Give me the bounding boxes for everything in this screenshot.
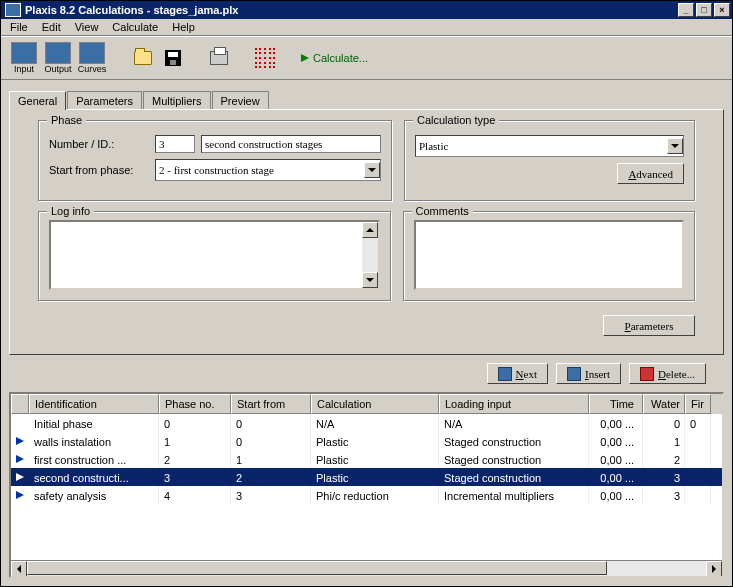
row-status-icon — [11, 432, 29, 450]
scroll-thumb[interactable] — [27, 561, 607, 575]
dots-icon — [254, 47, 276, 69]
header-loading-input[interactable]: Loading input — [439, 394, 589, 414]
cell-loading-input: Staged construction — [439, 468, 589, 486]
toolbar-curves-button[interactable]: Curves — [75, 39, 109, 77]
menubar: File Edit View Calculate Help — [1, 19, 732, 36]
cell-time: 0,00 ... — [589, 468, 643, 486]
save-button[interactable] — [161, 46, 185, 70]
cell-calculation: N/A — [311, 414, 439, 432]
phase-name-input[interactable] — [201, 135, 381, 153]
next-button[interactable]: Next — [487, 363, 548, 384]
table-row[interactable]: Initial phase00N/AN/A0,00 ...00 — [11, 414, 722, 432]
cell-loading-input: N/A — [439, 414, 589, 432]
input-icon — [11, 42, 37, 64]
arrow-right-icon — [16, 437, 24, 445]
menu-help[interactable]: Help — [165, 19, 202, 35]
delete-icon — [640, 367, 654, 381]
number-id-label: Number / ID.: — [49, 138, 149, 150]
curves-icon — [79, 42, 105, 64]
table-row[interactable]: first construction ...21PlasticStaged co… — [11, 450, 722, 468]
header-start-from[interactable]: Start from — [231, 394, 311, 414]
advanced-button[interactable]: Advanced — [617, 163, 684, 184]
close-button[interactable]: × — [714, 3, 730, 17]
mesh-button[interactable] — [253, 46, 277, 70]
scroll-down-icon[interactable] — [362, 272, 378, 288]
cell-water: 3 — [643, 486, 685, 504]
cell-time: 0,00 ... — [589, 432, 643, 450]
start-from-select[interactable]: 2 - first construction stage — [155, 159, 381, 181]
phase-number-input[interactable] — [155, 135, 195, 153]
table-row[interactable]: second constructi...32PlasticStaged cons… — [11, 468, 722, 486]
start-from-label: Start from phase: — [49, 164, 149, 176]
print-button[interactable] — [207, 46, 231, 70]
chevron-down-icon — [667, 138, 683, 154]
delete-button[interactable]: Delete... — [629, 363, 706, 384]
cell-calculation: Phi/c reduction — [311, 486, 439, 504]
tab-multipliers[interactable]: Multipliers — [143, 91, 211, 110]
scroll-up-icon[interactable] — [362, 222, 378, 238]
row-status-icon — [11, 414, 29, 432]
cell-start-from: 0 — [231, 414, 311, 432]
cell-fi: 0 — [685, 414, 711, 432]
cell-identification: first construction ... — [29, 450, 159, 468]
row-status-icon — [11, 450, 29, 468]
tab-parameters[interactable]: Parameters — [67, 91, 142, 110]
scrollbar-horizontal[interactable] — [11, 560, 722, 576]
cell-phase-no: 2 — [159, 450, 231, 468]
cell-water: 2 — [643, 450, 685, 468]
cell-fi — [685, 450, 711, 468]
header-phase-no[interactable]: Phase no. — [159, 394, 231, 414]
cell-time: 0,00 ... — [589, 450, 643, 468]
cell-identification: Initial phase — [29, 414, 159, 432]
cell-loading-input: Incremental multipliers — [439, 486, 589, 504]
header-identification[interactable]: Identification — [29, 394, 159, 414]
open-icon — [134, 51, 152, 65]
scrollbar-vertical[interactable] — [362, 222, 378, 288]
minimize-button[interactable]: _ — [678, 3, 694, 17]
cell-time: 0,00 ... — [589, 486, 643, 504]
calculate-link[interactable]: Calculate... — [301, 52, 368, 64]
cell-identification: walls instalation — [29, 432, 159, 450]
header-water[interactable]: Water — [643, 394, 685, 414]
phase-fieldset: Phase Number / ID.: Start from phase: 2 … — [38, 120, 392, 201]
chevron-down-icon — [364, 162, 380, 178]
cell-loading-input: Staged construction — [439, 450, 589, 468]
log-legend: Log info — [47, 205, 94, 217]
cell-fi — [685, 432, 711, 450]
header-time[interactable]: Time — [589, 394, 643, 414]
cell-calculation: Plastic — [311, 450, 439, 468]
table-row[interactable]: safety analysis43Phi/c reductionIncremen… — [11, 486, 722, 504]
cell-start-from: 3 — [231, 486, 311, 504]
tab-preview[interactable]: Preview — [212, 91, 269, 110]
app-icon — [5, 3, 21, 17]
scroll-right-icon[interactable] — [706, 561, 722, 577]
cell-start-from: 2 — [231, 468, 311, 486]
log-textarea[interactable] — [49, 220, 380, 290]
arrow-right-icon — [301, 54, 309, 62]
tabstrip: General Parameters Multipliers Preview — [9, 90, 724, 109]
tab-general[interactable]: General — [9, 91, 66, 110]
toolbar-input-button[interactable]: Input — [7, 39, 41, 77]
header-blank[interactable] — [11, 394, 29, 414]
menu-file[interactable]: File — [3, 19, 35, 35]
header-calculation[interactable]: Calculation — [311, 394, 439, 414]
cell-loading-input: Staged construction — [439, 432, 589, 450]
next-icon — [498, 367, 512, 381]
table-body: Initial phase00N/AN/A0,00 ...00walls ins… — [11, 414, 722, 560]
menu-calculate[interactable]: Calculate — [105, 19, 165, 35]
cell-phase-no: 3 — [159, 468, 231, 486]
comments-textarea[interactable] — [414, 220, 684, 290]
parameters-button[interactable]: Parameters — [603, 315, 695, 336]
toolbar-output-button[interactable]: Output — [41, 39, 75, 77]
arrow-right-icon — [16, 473, 24, 481]
table-row[interactable]: walls instalation10PlasticStaged constru… — [11, 432, 722, 450]
insert-button[interactable]: Insert — [556, 363, 621, 384]
comments-legend: Comments — [412, 205, 473, 217]
menu-view[interactable]: View — [68, 19, 106, 35]
menu-edit[interactable]: Edit — [35, 19, 68, 35]
maximize-button[interactable]: □ — [696, 3, 712, 17]
open-button[interactable] — [131, 46, 155, 70]
header-fi[interactable]: Fir — [685, 394, 711, 414]
scroll-left-icon[interactable] — [11, 561, 27, 577]
calc-type-select[interactable]: Plastic — [415, 135, 684, 157]
